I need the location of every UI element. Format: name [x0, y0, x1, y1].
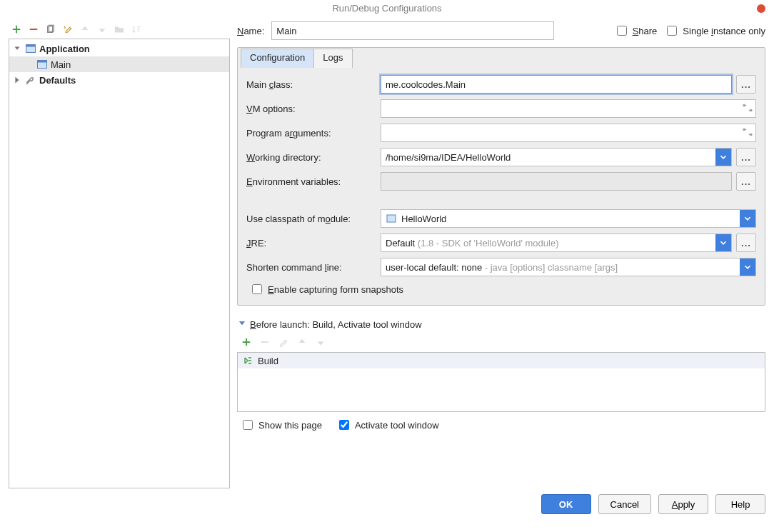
classpath-module-value: HelloWorld: [401, 214, 446, 224]
svg-rect-3: [26, 45, 36, 47]
program-args-label: Program arguments:: [246, 128, 375, 139]
jre-combo[interactable]: Default (1.8 - SDK of 'HelloWorld' modul…: [381, 234, 732, 252]
edit-env-vars-button[interactable]: ...: [736, 172, 756, 191]
browse-working-dir-button[interactable]: ...: [736, 148, 756, 166]
list-item[interactable]: Build: [238, 353, 765, 368]
svg-rect-6: [387, 215, 396, 222]
expand-icon[interactable]: [743, 127, 753, 139]
show-this-page-checkbox[interactable]: Show this page: [240, 418, 322, 432]
chevron-down-icon[interactable]: [715, 149, 731, 166]
before-launch-header[interactable]: Before launch: Build, Activate tool wind…: [237, 318, 765, 331]
main-class-input[interactable]: [381, 75, 732, 94]
application-icon: [25, 43, 36, 54]
program-args-input[interactable]: [381, 124, 756, 142]
copy-config-icon[interactable]: [44, 23, 57, 36]
enable-snapshot-checkbox[interactable]: Enable capturing form snapshots: [249, 282, 403, 296]
tree-node-defaults[interactable]: Defaults: [9, 72, 229, 88]
wrench-icon: [25, 74, 36, 86]
before-launch-toolbar: [237, 333, 765, 351]
working-dir-value: /home/si9ma/IDEA/HelloWorld: [386, 152, 511, 163]
chevron-down-icon[interactable]: [740, 259, 755, 276]
add-config-button[interactable]: [10, 23, 23, 36]
env-vars-input[interactable]: [381, 172, 732, 191]
task-label: Build: [258, 356, 278, 366]
window-title: Run/Debug Configurations: [332, 3, 441, 14]
tab-configuration[interactable]: Configuration: [241, 49, 314, 68]
activate-tool-window-checkbox[interactable]: Activate tool window: [336, 418, 439, 432]
tree-node-application[interactable]: Application: [9, 41, 229, 56]
application-icon: [36, 59, 48, 70]
expand-icon[interactable]: [743, 103, 753, 115]
chevron-right-icon: [12, 75, 22, 85]
svg-rect-5: [38, 61, 47, 63]
help-button[interactable]: Help: [715, 494, 765, 514]
close-icon[interactable]: [757, 4, 765, 13]
browse-jre-button[interactable]: ...: [736, 234, 756, 252]
jre-hint: (1.8 - SDK of 'HelloWorld' module): [418, 238, 559, 249]
remove-task-icon: [258, 336, 271, 348]
classpath-module-combo[interactable]: HelloWorld: [381, 209, 756, 228]
sort-icon: [130, 23, 143, 36]
edit-task-icon: [277, 336, 290, 348]
shorten-cmd-combo[interactable]: user-local default: none - java [options…: [381, 258, 756, 276]
task-down-icon: [314, 336, 327, 348]
browse-main-class-button[interactable]: ...: [736, 75, 756, 94]
classpath-module-label: Use classpath of module:: [246, 214, 375, 224]
build-icon: [242, 355, 253, 366]
edit-templates-icon[interactable]: [61, 23, 74, 36]
working-dir-label: Working directory:: [246, 152, 375, 163]
ok-button[interactable]: OK: [541, 494, 591, 514]
chevron-down-icon: [12, 44, 22, 54]
before-launch-list[interactable]: Build: [237, 352, 765, 412]
shorten-cmd-value: user-local default: none: [386, 262, 482, 273]
config-list-toolbar: [9, 20, 230, 39]
move-down-icon: [96, 23, 109, 36]
working-dir-input[interactable]: /home/si9ma/IDEA/HelloWorld: [381, 148, 732, 166]
jre-value: Default: [386, 238, 415, 249]
config-panel: Configuration Logs Main class: ... VM op…: [237, 47, 765, 306]
tree-label: Main: [51, 59, 71, 70]
add-task-button[interactable]: [240, 336, 253, 348]
remove-config-button[interactable]: [27, 23, 40, 36]
share-checkbox[interactable]: Share: [614, 24, 658, 38]
vm-options-input[interactable]: [381, 99, 756, 118]
dialog-footer: OK Cancel Apply Help: [0, 488, 774, 514]
chevron-down-icon[interactable]: [740, 210, 755, 227]
shorten-cmd-label: Shorten command line:: [246, 262, 375, 273]
window-titlebar: Run/Debug Configurations: [0, 0, 774, 17]
name-input[interactable]: [271, 21, 554, 40]
tab-logs[interactable]: Logs: [313, 49, 352, 68]
chevron-down-icon[interactable]: [715, 234, 731, 251]
vm-options-label: VM options:: [246, 104, 375, 114]
shorten-cmd-hint: - java [options] classname [args]: [485, 262, 618, 273]
folder-icon: [113, 23, 126, 36]
tree-label: Defaults: [39, 75, 76, 86]
config-tree[interactable]: Application Main Defaults: [9, 39, 230, 488]
single-instance-checkbox[interactable]: Single instance only: [664, 24, 765, 38]
env-vars-label: Environment variables:: [246, 176, 375, 187]
main-class-label: Main class:: [246, 79, 375, 90]
tree-node-main[interactable]: Main: [9, 56, 229, 72]
move-up-icon: [79, 23, 91, 36]
cancel-button[interactable]: Cancel: [598, 494, 651, 514]
jre-label: JRE:: [246, 238, 375, 249]
task-up-icon: [296, 336, 308, 348]
apply-button[interactable]: Apply: [658, 494, 708, 514]
module-icon: [386, 213, 397, 224]
name-label: Name:: [237, 26, 264, 36]
chevron-down-icon: [237, 318, 247, 331]
tree-label: Application: [39, 44, 90, 54]
